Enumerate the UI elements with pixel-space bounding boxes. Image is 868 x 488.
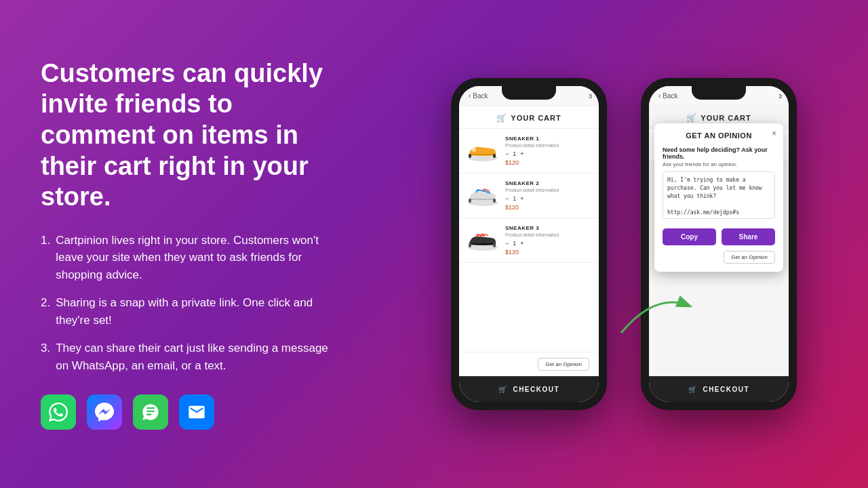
modal-title: GET AN OPINION: [663, 131, 775, 140]
phone-1-cart-header: 🛒 YOUR CART: [459, 106, 599, 129]
cart-item-2: SNEAKER 2 Product detail information − 1…: [459, 174, 599, 218]
svg-point-1: [472, 148, 476, 152]
qty-plus-1[interactable]: +: [520, 150, 524, 157]
modal-sublabel: Ask your friends for an opinion.: [663, 161, 775, 167]
phone-2: ‹ Back 3 🛒 YOUR CART SNEAKER 1: [641, 78, 797, 410]
item-1-info: SNEAKER 1 Product detail information − 1…: [505, 136, 592, 166]
phone-1: ‹ Back 3 🛒 YOUR CART: [451, 78, 607, 410]
svg-rect-3: [493, 154, 496, 158]
qty-plus-2[interactable]: +: [520, 195, 524, 202]
list-item-3-text: They can share their cart just like send…: [56, 340, 339, 374]
phone-1-status: 3: [589, 93, 592, 100]
phone-2-screen: ‹ Back 3 🛒 YOUR CART SNEAKER 1: [649, 86, 789, 402]
phones-section: ‹ Back 3 🛒 YOUR CART: [380, 78, 868, 410]
phone-1-notch: [502, 86, 556, 100]
modal-help-label: Need some help deciding? Ask your friend…: [663, 146, 775, 160]
svg-rect-8: [469, 243, 471, 247]
phone-1-screen: ‹ Back 3 🛒 YOUR CART: [459, 86, 599, 402]
phone-2-back[interactable]: ‹ Back: [658, 92, 678, 100]
modal-close-button[interactable]: ×: [772, 129, 776, 138]
phone-1-cart-items: SNEAKER 1 Product detail information − 1…: [459, 129, 599, 352]
mail-icon[interactable]: [179, 394, 214, 430]
headline: Customers can quickly invite friends to …: [41, 58, 339, 213]
svg-rect-6: [493, 199, 496, 203]
item-2-img: [466, 183, 500, 209]
list-item-2: Sharing is a snap with a private link. O…: [41, 294, 339, 329]
left-section: Customers can quickly invite friends to …: [0, 31, 380, 457]
copy-button[interactable]: Copy: [663, 228, 716, 245]
phone-2-notch: [692, 86, 746, 100]
item-3-info: SNEAKER 3 Product detail information − 1…: [505, 225, 592, 256]
item-2-detail: Product detail information: [505, 188, 592, 192]
phone-2-checkout-label: CHECKOUT: [703, 386, 749, 393]
points-list: Cartpinion lives right in your store. Cu…: [41, 232, 339, 375]
checkout-cart-icon: 🛒: [498, 386, 508, 393]
item-3-price: $120: [505, 249, 592, 256]
item-1-img: [466, 138, 500, 164]
item-2-qty: − 1 +: [505, 195, 592, 202]
item-1-price: $120: [505, 159, 592, 166]
qty-minus-1[interactable]: −: [505, 150, 509, 157]
phone-2-status: 3: [778, 93, 782, 100]
get-opinion-modal-btn[interactable]: Get an Opinion: [724, 251, 775, 264]
item-1-qty: − 1 +: [505, 150, 592, 157]
item-3-detail: Product detail information: [505, 232, 592, 237]
modal-message-textarea[interactable]: Hi, I'm trying to make a purchase. Can y…: [663, 171, 775, 219]
list-item-1-text: Cartpinion lives right in your store. Cu…: [56, 232, 339, 284]
svg-rect-9: [493, 243, 496, 247]
messenger-icon[interactable]: [87, 394, 122, 430]
svg-rect-2: [469, 154, 471, 158]
opinion-modal: × GET AN OPINION Need some help deciding…: [654, 123, 783, 272]
item-3-name: SNEAKER 3: [505, 225, 592, 231]
imessage-icon[interactable]: [133, 394, 168, 430]
phone-2-checkout-bar[interactable]: 🛒 CHECKOUT: [649, 376, 789, 402]
item-3-img: [466, 228, 500, 253]
item-3-qty: − 1 +: [505, 240, 592, 247]
phone-1-back[interactable]: ‹ Back: [469, 92, 488, 100]
item-1-name: SNEAKER 1: [505, 136, 592, 142]
phone-2-cart-title: 🛒 YOUR CART: [658, 113, 779, 123]
green-arrow-icon: [614, 285, 696, 340]
phone-1-checkout-label: CHECKOUT: [513, 386, 559, 393]
svg-rect-5: [469, 199, 471, 203]
modal-get-opinion-row: Get an Opinion: [663, 251, 775, 264]
list-item-3: They can share their cart just like send…: [41, 340, 339, 374]
green-arrow-container: [614, 285, 696, 342]
checkout-cart-icon-2: 🛒: [688, 386, 698, 393]
cart-item-3: SNEAKER 3 Product detail information − 1…: [459, 218, 599, 263]
share-button[interactable]: Share: [722, 228, 775, 245]
get-opinion-button-1[interactable]: Get an Opinion: [538, 358, 589, 371]
list-item-1: Cartpinion lives right in your store. Cu…: [41, 232, 339, 284]
item-2-price: $120: [505, 204, 592, 211]
qty-minus-2[interactable]: −: [505, 195, 509, 202]
phone-1-cart-footer: Get an Opinion: [459, 352, 599, 376]
phone-1-cart-title: 🛒 YOUR CART: [469, 113, 589, 123]
modal-buttons-row: Copy Share: [663, 228, 775, 245]
item-2-name: SNEAKER 2: [505, 180, 592, 186]
qty-minus-3[interactable]: −: [505, 240, 509, 247]
cart-item-1: SNEAKER 1 Product detail information − 1…: [459, 129, 599, 174]
cart-icon: 🛒: [496, 113, 507, 123]
list-item-2-text: Sharing is a snap with a private link. O…: [56, 294, 339, 329]
phone-1-checkout-bar[interactable]: 🛒 CHECKOUT: [459, 376, 599, 402]
social-icons-row: [41, 394, 339, 430]
item-1-detail: Product detail information: [505, 143, 592, 148]
qty-plus-3[interactable]: +: [520, 240, 524, 247]
item-2-info: SNEAKER 2 Product detail information − 1…: [505, 180, 592, 211]
whatsapp-icon[interactable]: [41, 394, 76, 430]
cart-icon-2: 🛒: [686, 113, 697, 123]
